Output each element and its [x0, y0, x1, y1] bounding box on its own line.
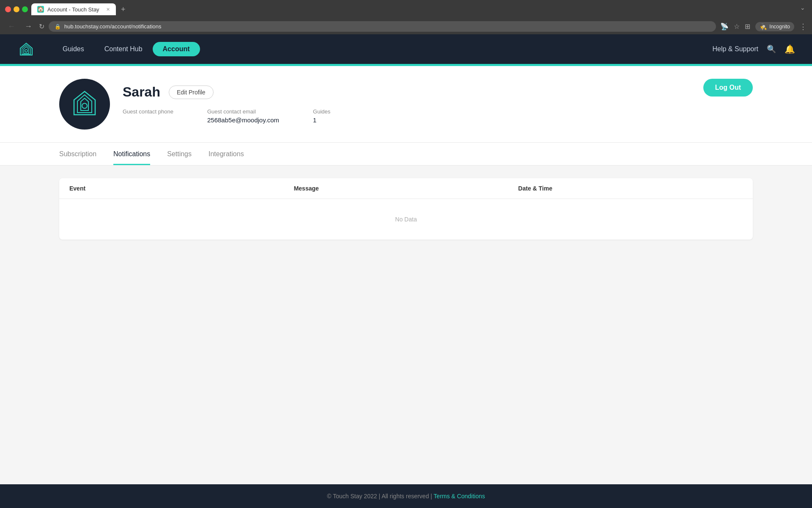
main-content: Event Message Date & Time No Data: [0, 166, 812, 394]
lock-icon: 🔒: [55, 24, 61, 30]
tab-close-button[interactable]: ✕: [106, 7, 110, 12]
profile-section: Sarah Edit Profile Guest contact phone G…: [0, 66, 812, 143]
avatar: [59, 79, 110, 130]
incognito-label: Incognito: [769, 24, 790, 30]
profile-name: Sarah: [123, 84, 160, 100]
table-header: Event Message Date & Time: [59, 178, 753, 199]
maximize-dot[interactable]: [22, 6, 28, 12]
svg-point-2: [82, 103, 87, 108]
tab-title: Account - Touch Stay: [47, 6, 99, 13]
guest-contact-email-field: Guest contact email 2568ab5e@moodjoy.com: [207, 108, 279, 124]
date-time-column-header: Date & Time: [518, 185, 743, 192]
terms-conditions-link[interactable]: Terms & Conditions: [433, 493, 485, 500]
refresh-button[interactable]: ↻: [39, 22, 44, 30]
back-button[interactable]: ←: [5, 21, 18, 32]
bookmark-icon[interactable]: ☆: [734, 22, 740, 30]
notifications-table: Event Message Date & Time No Data: [59, 178, 753, 240]
browser-menu-button[interactable]: ⋮: [799, 22, 807, 31]
guest-contact-phone-field: Guest contact phone: [123, 108, 173, 124]
profile-icon[interactable]: ⊞: [745, 22, 750, 30]
logout-button[interactable]: Log Out: [703, 79, 753, 97]
guest-contact-email-value: 2568ab5e@moodjoy.com: [207, 116, 279, 124]
search-icon[interactable]: 🔍: [767, 44, 776, 54]
bell-icon[interactable]: 🔔: [785, 44, 795, 54]
help-support-link[interactable]: Help & Support: [712, 45, 758, 53]
message-column-header: Message: [294, 185, 518, 192]
no-data-message: No Data: [69, 216, 743, 223]
footer: © Touch Stay 2022 | All rights reserved …: [0, 484, 812, 508]
browser-tab[interactable]: 🏠 Account - Touch Stay ✕: [31, 3, 116, 15]
address-text: hub.touchstay.com/account/notifications: [64, 23, 710, 30]
tab-notifications[interactable]: Notifications: [113, 143, 150, 165]
event-column-header: Event: [69, 185, 294, 192]
tab-subscription[interactable]: Subscription: [59, 143, 96, 165]
footer-copyright: © Touch Stay 2022 | All rights reserved …: [327, 493, 432, 500]
tabs-section: Subscription Notifications Settings Inte…: [0, 143, 812, 166]
guides-count-value: 1: [313, 116, 316, 124]
cast-icon[interactable]: 📡: [720, 22, 729, 30]
browser-expand-icon[interactable]: ⌄: [800, 4, 805, 11]
tab-favicon: 🏠: [37, 6, 44, 13]
incognito-badge[interactable]: 🕵️ Incognito: [755, 22, 794, 31]
guest-contact-phone-label: Guest contact phone: [123, 108, 173, 115]
nav-account[interactable]: Account: [153, 42, 200, 56]
nav-guides[interactable]: Guides: [52, 42, 94, 56]
close-dot[interactable]: [5, 6, 11, 12]
tab-integrations[interactable]: Integrations: [208, 143, 244, 165]
svg-rect-0: [17, 40, 36, 58]
table-body: No Data: [59, 199, 753, 240]
guides-count-field: Guides 1: [313, 108, 330, 124]
site-logo[interactable]: [17, 40, 36, 58]
tab-settings[interactable]: Settings: [167, 143, 192, 165]
nav-content-hub[interactable]: Content Hub: [94, 42, 153, 56]
profile-info: Sarah Edit Profile Guest contact phone G…: [123, 84, 691, 124]
guides-count-label: Guides: [313, 108, 330, 115]
edit-profile-button[interactable]: Edit Profile: [169, 86, 214, 99]
minimize-dot[interactable]: [14, 6, 19, 12]
forward-button[interactable]: →: [22, 21, 35, 32]
guest-contact-email-label: Guest contact email: [207, 108, 279, 115]
address-bar[interactable]: 🔒 hub.touchstay.com/account/notification…: [49, 21, 716, 32]
new-tab-button[interactable]: +: [121, 5, 126, 14]
